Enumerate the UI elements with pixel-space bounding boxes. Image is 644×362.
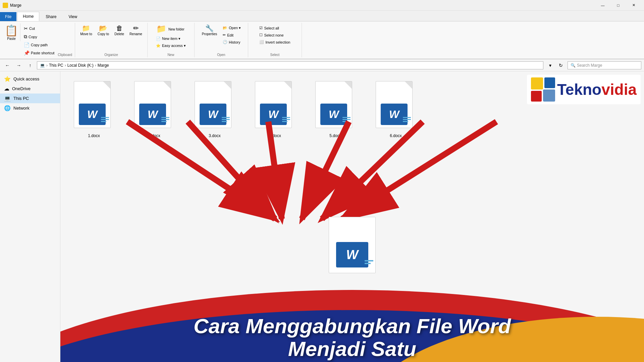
tab-share[interactable]: Share <box>40 12 62 21</box>
file-name-4: 4.docx <box>269 133 281 138</box>
copy-to-button[interactable]: 📂 Copy to <box>95 23 111 37</box>
window-title: Marge <box>10 3 21 8</box>
svg-point-8 <box>60 310 644 362</box>
sidebar-item-thispc[interactable]: 💻 This PC <box>0 94 60 103</box>
search-box[interactable]: 🔍 Search Marge <box>568 61 641 69</box>
maximize-button[interactable]: □ <box>610 0 626 11</box>
paste-label: Paste <box>7 37 16 41</box>
address-bar: ← → ↑ 💻 › This PC › Local Disk (K:) › Ma… <box>0 59 644 71</box>
sidebar-item-quick-access[interactable]: ⭐ Quick access <box>0 74 60 84</box>
file-4[interactable]: W 4.docx <box>248 78 302 141</box>
organize-group: 📁 Move to 📂 Copy to 🗑 Delete ✏ Rename Or… <box>75 23 148 57</box>
cut-icon: ✂ <box>24 26 28 31</box>
file-2[interactable]: W 2.docx <box>127 78 181 141</box>
rename-button[interactable]: ✏ Rename <box>127 23 145 37</box>
bottom-banner: Cara Menggabungkan File Word Menjadi Sat… <box>60 270 644 362</box>
new-folder-button[interactable]: 📁 New folder <box>154 23 187 35</box>
path-icon: 💻 <box>40 63 45 68</box>
copy-path-label: Copy path <box>31 43 48 47</box>
easy-access-button[interactable]: ⭐ Easy access ▾ <box>154 43 188 49</box>
open-items: 🔧 Properties 📂 Open ▾ ✏ Edit 🕐 History <box>200 23 243 52</box>
tab-view[interactable]: View <box>63 12 83 21</box>
ribbon-tabs: File Home Share View <box>0 11 644 21</box>
folder-icon <box>3 3 8 8</box>
search-placeholder: Search Marge <box>577 63 602 68</box>
thispc-icon: 💻 <box>4 95 11 102</box>
new-item-button[interactable]: 📄 New item ▾ <box>154 36 182 42</box>
select-none-icon: ☐ <box>259 33 263 37</box>
file-6[interactable]: W 6.docx <box>369 78 423 141</box>
window-controls: — □ ✕ <box>595 0 641 11</box>
minimize-button[interactable]: — <box>595 0 610 11</box>
move-to-button[interactable]: 📁 Move to <box>78 23 95 37</box>
clipboard-group: 📋 Paste ✂ Cut ⧉ Copy 📄 Copy path 📌 Paste… <box>0 23 75 57</box>
logo-icon <box>531 77 555 102</box>
copy-icon: ⧉ <box>24 34 27 40</box>
path-marge[interactable]: Marge <box>98 63 109 68</box>
path-localdisk[interactable]: Local Disk (K:) <box>67 63 94 68</box>
delete-button[interactable]: 🗑 Delete <box>112 23 126 37</box>
paste-shortcut-button[interactable]: 📌 Paste shortcut <box>22 49 56 57</box>
sidebar-item-network[interactable]: 🌐 Network <box>0 103 60 113</box>
sidebar-item-label: Network <box>13 106 30 111</box>
history-button[interactable]: 🕐 History <box>221 39 243 45</box>
up-button[interactable]: ↑ <box>25 61 35 70</box>
banner-line1: Cara Menggabungkan File Word <box>60 315 644 338</box>
sidebar: ⭐ Quick access ☁ OneDrive 💻 This PC 🌐 Ne… <box>0 71 60 362</box>
open-button[interactable]: 📂 Open ▾ <box>221 25 243 31</box>
select-label: Select <box>270 53 280 57</box>
copy-label: Copy <box>29 35 37 39</box>
logo: Teknovidia <box>527 75 641 104</box>
edit-icon: ✏ <box>223 33 226 37</box>
svg-point-7 <box>60 290 644 362</box>
dropdown-button[interactable]: ▾ <box>545 61 555 70</box>
title-bar-left: Marge <box>3 3 21 8</box>
new-label: New <box>167 53 174 57</box>
word-doc-icon-6: W <box>376 81 416 131</box>
paste-shortcut-icon: 📌 <box>24 50 30 56</box>
file-name-5: 5.docx <box>329 133 341 138</box>
sidebar-item-label: Quick access <box>13 76 39 81</box>
select-none-button[interactable]: ☐ Select none <box>257 32 285 38</box>
file-area: W 1.docx W <box>60 71 644 362</box>
forward-button[interactable]: → <box>14 61 23 70</box>
tab-home[interactable]: Home <box>17 12 39 21</box>
open-icon: 📂 <box>223 26 227 30</box>
paste-button[interactable]: 📋 <box>5 24 18 37</box>
tab-file[interactable]: File <box>0 12 16 21</box>
file-5[interactable]: W 5.docx <box>309 78 362 141</box>
path-thispc[interactable]: This PC <box>49 63 63 68</box>
file-1[interactable]: W 1.docx <box>67 78 121 141</box>
move-to-icon: 📁 <box>82 25 90 32</box>
address-path[interactable]: 💻 › This PC › Local Disk (K:) › Marge <box>37 61 543 69</box>
new-item-icon: 📄 <box>156 37 161 41</box>
copy-path-button[interactable]: 📄 Copy path <box>22 41 56 49</box>
copy-to-icon: 📂 <box>99 25 107 32</box>
new-items: 📁 New folder 📄 New item ▾ ⭐ Easy access … <box>154 23 188 52</box>
onedrive-icon: ☁ <box>4 85 9 92</box>
invert-selection-button[interactable]: ⬜ Invert selection <box>257 39 292 45</box>
rename-icon: ✏ <box>133 25 139 32</box>
refresh-button[interactable]: ↻ <box>556 61 566 70</box>
back-button[interactable]: ← <box>3 61 12 70</box>
file-3[interactable]: W 3.docx <box>188 78 241 141</box>
select-all-button[interactable]: ☑ Select all <box>257 25 281 31</box>
cut-button[interactable]: ✂ Cut <box>22 25 56 32</box>
cut-label: Cut <box>29 26 35 31</box>
clipboard-label: Clipboard <box>56 53 72 57</box>
edit-button[interactable]: ✏ Edit <box>221 32 243 38</box>
copy-button[interactable]: ⧉ Copy <box>22 33 56 41</box>
sidebar-item-onedrive[interactable]: ☁ OneDrive <box>0 84 60 94</box>
close-button[interactable]: ✕ <box>626 0 641 11</box>
properties-button[interactable]: 🔧 Properties <box>200 23 220 37</box>
select-items: ☑ Select all ☐ Select none ⬜ Invert sele… <box>257 23 292 52</box>
organize-label: Organize <box>104 53 118 57</box>
network-icon: 🌐 <box>4 105 11 111</box>
word-doc-icon-5: W <box>315 81 356 131</box>
file-name-3: 3.docx <box>209 133 220 138</box>
logo-vidia: vidia <box>601 81 637 98</box>
word-doc-icon-3: W <box>195 81 235 131</box>
merged-file: W <box>329 217 376 273</box>
open-label: Open <box>217 53 225 57</box>
banner-svg <box>60 270 644 362</box>
